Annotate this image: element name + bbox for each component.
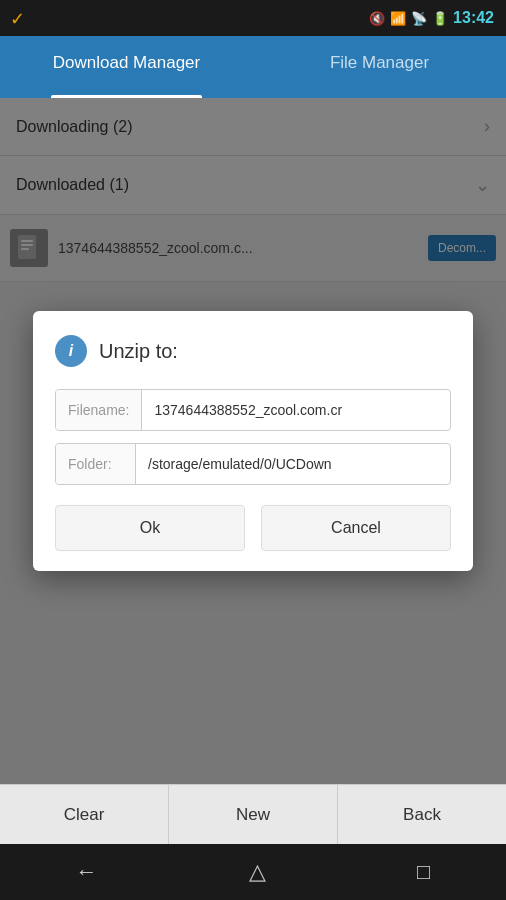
cancel-button[interactable]: Cancel: [261, 505, 451, 551]
folder-label: Folder:: [56, 444, 136, 484]
bottom-bar: Clear New Back: [0, 784, 506, 844]
dialog-header: i Unzip to:: [55, 335, 451, 367]
status-icons: 🔇 📶 📡 🔋 13:42: [369, 9, 494, 27]
tab-file-manager[interactable]: File Manager: [253, 36, 506, 98]
signal-icon: 📡: [411, 11, 427, 26]
ok-button[interactable]: Ok: [55, 505, 245, 551]
info-icon: i: [55, 335, 87, 367]
dialog-overlay: i Unzip to: Filename: 1374644388552_zcoo…: [0, 98, 506, 784]
folder-value: /storage/emulated/0/UCDown: [136, 444, 450, 484]
battery-icon: 🔋: [432, 11, 448, 26]
checkmark-icon: ✓: [10, 8, 25, 30]
new-button[interactable]: New: [169, 785, 338, 844]
unzip-dialog: i Unzip to: Filename: 1374644388552_zcoo…: [33, 311, 473, 571]
folder-field-row: Folder: /storage/emulated/0/UCDown: [55, 443, 451, 485]
filename-value: 1374644388552_zcool.com.cr: [142, 390, 450, 430]
tab-bar: Download Manager File Manager: [0, 36, 506, 98]
tab-download-manager[interactable]: Download Manager: [0, 36, 253, 98]
filename-label: Filename:: [56, 390, 142, 430]
clear-button[interactable]: Clear: [0, 785, 169, 844]
wifi-icon: 📶: [390, 11, 406, 26]
recents-nav-icon[interactable]: □: [417, 859, 430, 885]
status-bar: ✓ 🔇 📶 📡 🔋 13:42: [0, 0, 506, 36]
mute-icon: 🔇: [369, 11, 385, 26]
nav-bar: ← △ □: [0, 844, 506, 900]
home-nav-icon[interactable]: △: [249, 859, 266, 885]
back-nav-icon[interactable]: ←: [76, 859, 98, 885]
dialog-title: Unzip to:: [99, 340, 178, 363]
main-content: Downloading (2) › Downloaded (1) ⌄ 13746…: [0, 98, 506, 784]
dialog-buttons: Ok Cancel: [55, 505, 451, 551]
status-time: 13:42: [453, 9, 494, 27]
filename-field-row: Filename: 1374644388552_zcool.com.cr: [55, 389, 451, 431]
back-button[interactable]: Back: [338, 785, 506, 844]
